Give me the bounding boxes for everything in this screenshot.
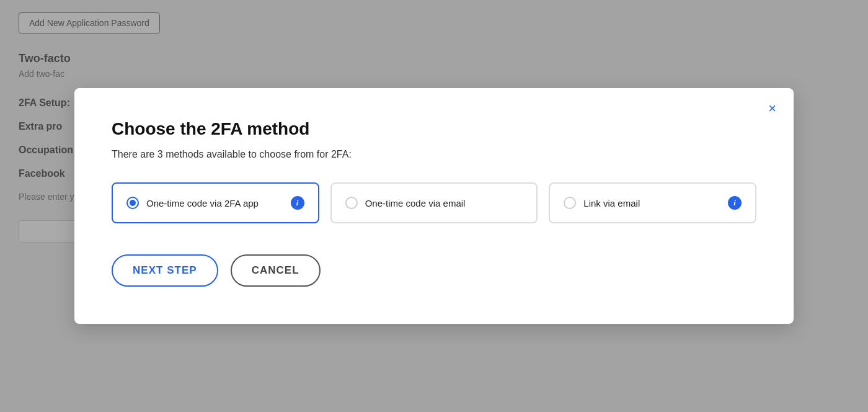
info-badge-app[interactable]: i [291, 196, 304, 210]
modal-overlay: × Choose the 2FA method There are 3 meth… [0, 0, 868, 412]
radio-email-code [345, 197, 358, 209]
method-card-app[interactable]: One-time code via 2FA app i [112, 182, 319, 223]
radio-app [126, 197, 139, 209]
method-card-email-link[interactable]: Link via email i [549, 182, 756, 223]
method-card-email-code[interactable]: One-time code via email [330, 182, 538, 223]
close-button[interactable]: × [766, 99, 779, 118]
modal-subtitle: There are 3 methods available to choose … [112, 149, 756, 160]
modal-actions: NEXT STEP CANCEL [112, 254, 756, 287]
radio-email-link [564, 197, 576, 209]
next-step-button[interactable]: NEXT STEP [112, 254, 218, 287]
modal-title: Choose the 2FA method [112, 119, 756, 139]
twofa-method-modal: × Choose the 2FA method There are 3 meth… [74, 88, 794, 324]
cancel-button[interactable]: CANCEL [231, 254, 321, 287]
method-label-email-code: One-time code via email [365, 198, 523, 208]
method-label-app: One-time code via 2FA app [146, 198, 283, 208]
method-label-email-link: Link via email [583, 198, 720, 208]
method-options: One-time code via 2FA app i One-time cod… [112, 182, 756, 223]
info-badge-email-link[interactable]: i [728, 196, 742, 210]
